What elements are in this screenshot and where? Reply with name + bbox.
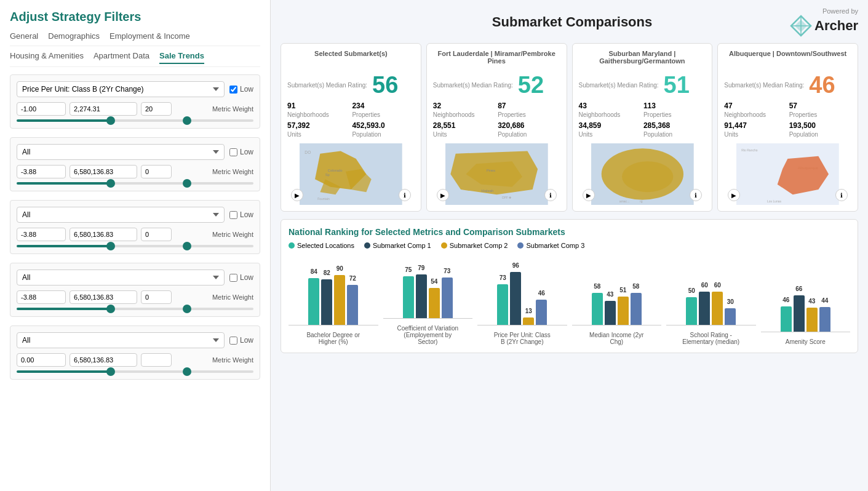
card-stats-comp2: 43Neighborhoods 113Properties 34,859Unit…	[579, 102, 706, 138]
stat-comp3-pop: 193,500Population	[789, 121, 851, 138]
tab-sale-trends[interactable]: Sale Trends	[159, 51, 204, 64]
bar-label-4-3: 30	[727, 298, 734, 305]
axis-line-5	[761, 332, 851, 332]
filter-max-5[interactable]	[70, 353, 137, 367]
map-play-icon-comp3[interactable]: ▶	[728, 189, 740, 201]
slider-3[interactable]	[17, 245, 253, 247]
card-rating-label-comp1: Submarket(s) Median Rating:	[433, 82, 513, 89]
tab-demographics[interactable]: Demographics	[48, 31, 100, 43]
slider-2[interactable]	[17, 182, 253, 185]
card-rating-label-selected: Submarket(s) Median Rating:	[287, 82, 367, 89]
slider-thumb-right-2[interactable]	[183, 179, 191, 188]
card-rating-value-comp3: 46	[809, 73, 835, 97]
tab-employment[interactable]: Employment & Income	[109, 31, 190, 43]
bars-row-3: 58435158	[592, 263, 642, 325]
stat-population-val: 452,593.0Population	[352, 121, 414, 138]
bar-label-3-0: 58	[594, 283, 600, 290]
metric-weight-label-5: Metric Weight	[212, 356, 253, 364]
map-icon-row-comp3: ▶ ℹ	[728, 189, 848, 201]
slider-thumb-left-3[interactable]	[106, 242, 115, 250]
slider-thumb-right-3[interactable]	[183, 242, 191, 250]
map-play-icon-selected[interactable]: ▶	[291, 189, 303, 201]
chart-group-4: 50606030School Rating - Elementary (medi…	[666, 263, 756, 345]
card-map-comp1: Hialeah Pines OPF ✚ ▶ ℹ	[433, 143, 560, 205]
bar-label-5-1: 66	[795, 285, 802, 292]
slider-row-5	[17, 370, 253, 373]
filter-min-4[interactable]	[17, 290, 66, 304]
bar-5-0: 46	[781, 306, 792, 332]
bar-label-4-0: 50	[688, 287, 695, 294]
card-stats-selected: 91Neighborhoods 234Properties 57,392Unit…	[287, 102, 415, 138]
filter-weight-5[interactable]	[141, 353, 172, 367]
low-checkbox-5[interactable]	[229, 337, 237, 345]
card-map-selected: DO Colorado Sp Fountain ▶ ℹ	[287, 143, 415, 205]
card-map-comp3: Rio Rancho Albuquerque Los Lunas ▶ ℹ	[724, 143, 851, 205]
slider-thumb-right-5[interactable]	[183, 367, 191, 376]
slider-1[interactable]	[17, 119, 253, 122]
legend-label-comp3: Submarket Comp 3	[526, 242, 584, 249]
filter-min-5[interactable]	[17, 353, 66, 367]
bar-0-0: 84	[308, 278, 319, 325]
bar-label-2-2: 13	[525, 308, 532, 314]
filter-select-1[interactable]: Price Per Unit: Class B (2Yr Change)	[17, 81, 225, 97]
bar-3-0: 58	[592, 293, 603, 325]
right-header: Submarket Comparisons Powered by Archer	[281, 7, 858, 37]
low-checkbox-label-4: Low	[229, 273, 253, 282]
filter-max-3[interactable]	[70, 228, 137, 241]
filter-select-4[interactable]: All	[17, 269, 225, 285]
low-checkbox-1[interactable]	[229, 86, 237, 94]
legend-row: Selected Locations Submarket Comp 1 Subm…	[289, 242, 850, 249]
filter-min-2[interactable]	[17, 165, 66, 178]
tab-apartment[interactable]: Apartment Data	[94, 51, 149, 64]
low-checkbox-label-2: Low	[229, 148, 253, 156]
filter-inputs-1: Metric Weight	[17, 102, 253, 116]
filter-min-1[interactable]	[17, 102, 66, 116]
slider-thumb-left-1[interactable]	[106, 116, 115, 125]
filter-weight-2[interactable]	[141, 165, 172, 178]
bar-label-1-3: 73	[444, 268, 450, 274]
slider-5[interactable]	[17, 370, 253, 373]
map-info-icon-comp3[interactable]: ℹ	[835, 189, 848, 201]
low-checkbox-4[interactable]	[229, 274, 237, 282]
filter-min-3[interactable]	[17, 228, 66, 241]
filter-weight-4[interactable]	[141, 290, 172, 304]
tab-general[interactable]: General	[10, 31, 38, 43]
axis-line-2	[477, 325, 567, 325]
filter-weight-3[interactable]	[141, 228, 172, 241]
slider-4[interactable]	[17, 308, 253, 310]
filter-max-1[interactable]	[70, 102, 137, 116]
bar-2-1: 96	[510, 272, 521, 325]
legend-dot-selected	[289, 242, 295, 249]
archer-logo-icon	[790, 15, 812, 37]
filter-weight-1[interactable]	[141, 102, 172, 116]
metric-weight-label-3: Metric Weight	[212, 231, 253, 238]
slider-thumb-right-4[interactable]	[183, 305, 191, 313]
filter-select-3[interactable]: All	[17, 207, 225, 223]
legend-dot-comp1	[364, 242, 370, 249]
slider-thumb-left-5[interactable]	[106, 367, 115, 376]
bar-2-0: 73	[497, 284, 508, 325]
card-rating-row-comp1: Submarket(s) Median Rating: 52	[433, 73, 560, 97]
card-rating-row-comp2: Submarket(s) Median Rating: 51	[579, 73, 706, 97]
map-info-icon-comp1[interactable]: ℹ	[544, 189, 557, 201]
tab-housing[interactable]: Housing & Amenities	[10, 51, 84, 64]
stat-neighborhoods-val: 91Neighborhoods	[287, 102, 349, 119]
filter-max-4[interactable]	[70, 290, 137, 304]
filter-select-5[interactable]: All	[17, 332, 225, 348]
low-checkbox-label-1: Low	[229, 85, 253, 94]
bar-label-2-0: 73	[500, 274, 506, 281]
filter-max-2[interactable]	[70, 165, 137, 178]
map-info-icon-selected[interactable]: ℹ	[399, 189, 411, 201]
slider-thumb-left-2[interactable]	[106, 179, 115, 188]
map-info-icon-comp2[interactable]: ℹ	[690, 189, 702, 201]
low-checkbox-2[interactable]	[229, 148, 237, 156]
filter-group-5: All Low Metric Weight	[10, 325, 260, 380]
slider-thumb-left-4[interactable]	[106, 305, 115, 313]
bar-4-0: 50	[686, 297, 697, 325]
slider-thumb-right-1[interactable]	[183, 116, 191, 125]
map-play-icon-comp1[interactable]: ▶	[437, 189, 449, 201]
low-checkbox-3[interactable]	[229, 211, 237, 219]
map-play-icon-comp2[interactable]: ▶	[583, 189, 595, 201]
filter-select-2[interactable]: All	[17, 144, 225, 160]
filter-select-row-2: All Low	[17, 144, 253, 160]
